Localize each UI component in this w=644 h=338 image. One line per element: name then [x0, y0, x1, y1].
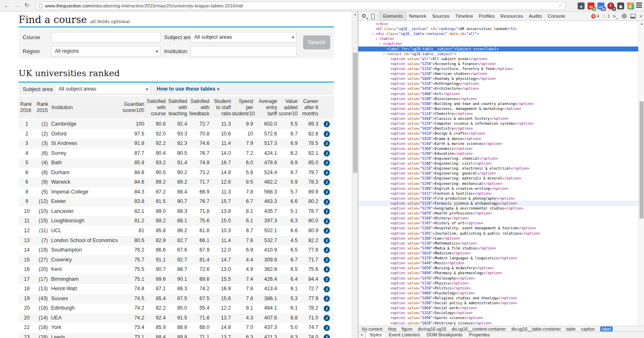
warning-count-badge[interactable]: ⚠1: [602, 14, 610, 19]
row-info-icon[interactable]: i: [324, 305, 330, 312]
devtools-tab-resources[interactable]: Resources: [498, 12, 526, 21]
breadcrumb-item[interactable]: div.ug16__table-container: [511, 326, 561, 331]
devtools-tree-line[interactable]: <option value="S150">Agriculture, forest…: [358, 66, 644, 71]
device-mode-icon[interactable]: [371, 14, 375, 19]
devtools-tree-line[interactable]: <option value="S040">Anatomy & physiolog…: [358, 76, 644, 81]
devtools-tree-line[interactable]: ▾<div class="ug16__table-container" data…: [358, 31, 644, 36]
devtools-tree-line[interactable]: <option value="S400">Art</option>: [358, 91, 644, 96]
devtools-tree-line[interactable]: <option value="S290">Education</option>: [358, 151, 644, 156]
devtools-tree-line[interactable]: <h2 class="ug16__section" id="rankings">…: [358, 26, 644, 31]
devtools-tree-line[interactable]: <option value="S360">Economics</option>: [358, 146, 644, 151]
bookmark-star-icon[interactable]: ☆: [558, 2, 563, 9]
devtools-tree-line[interactable]: ▾<caption>: [358, 41, 644, 46]
expand-arrow-icon[interactable]: ▾: [372, 32, 376, 37]
row-info-icon[interactable]: i: [324, 334, 330, 338]
course-input[interactable]: [51, 32, 161, 42]
elements-scrollbar-thumb[interactable]: [639, 101, 644, 219]
devtools-tab-profiles[interactable]: Profiles: [476, 12, 497, 21]
console-drawer-icon[interactable]: >_: [613, 14, 618, 19]
page-scrollbar-thumb[interactable]: [353, 53, 357, 173]
expand-arrow-icon[interactable]: ▾: [379, 42, 383, 47]
devtools-tree-line[interactable]: <option value="S420">Drama & dance</opti…: [358, 136, 644, 141]
devtools-tree-line[interactable]: <option value="S230">Mathematics</option…: [358, 241, 644, 246]
devtools-tree-line[interactable]: ▾<table>: [358, 36, 644, 41]
pocket-extension-icon[interactable]: ▾: [578, 2, 585, 9]
breadcrumb-item[interactable]: div#ug16.ug16: [418, 326, 446, 331]
todoist-extension-icon[interactable]: TD0: [588, 2, 595, 9]
sidebar-tab-styles[interactable]: Styles: [366, 332, 385, 338]
settings-gear-icon[interactable]: [621, 13, 627, 19]
devtools-tree-line[interactable]: <option value="S080">Psychology</option>: [358, 291, 644, 296]
sidebar-tab-properties[interactable]: Properties: [466, 332, 493, 338]
row-info-icon[interactable]: i: [324, 121, 330, 127]
devtools-tree-line[interactable]: <option value="S190">Engineering: mechan…: [358, 181, 644, 186]
subject-area-select[interactable]: All subject areas: [190, 32, 297, 42]
devtools-tree-line[interactable]: <option value="S250">Accounting & financ…: [358, 61, 644, 66]
devtools-tree-line[interactable]: <option value="S280">Social policy & adm…: [358, 301, 644, 305]
sidebar-tab-dom-breakpoints[interactable]: DOM Breakpoints: [423, 332, 466, 338]
row-info-icon[interactable]: i: [324, 266, 330, 273]
calendar-extension-icon[interactable]: 1h: [597, 2, 604, 9]
breadcrumb-item[interactable]: label: [600, 326, 613, 331]
row-info-icon[interactable]: i: [324, 131, 330, 137]
devtools-tree-line[interactable]: <option value="S020">Dentistry</option>: [358, 126, 644, 131]
devtools-tree-line[interactable]: <option value="S240">Business, managemen…: [358, 106, 644, 111]
row-info-icon[interactable]: i: [324, 296, 330, 302]
row-info-icon[interactable]: i: [324, 150, 330, 156]
row-info-icon[interactable]: i: [324, 247, 330, 253]
devtools-tree-line[interactable]: <option value="S440">Music</option>: [358, 261, 644, 266]
page-scrollbar[interactable]: ▲: [352, 12, 358, 338]
devtools-tree-line[interactable]: <option value="S270">Geography & environ…: [358, 206, 644, 211]
devtools-tree-line[interactable]: <option value="S140">Earth & marine scie…: [358, 141, 644, 146]
row-info-icon[interactable]: i: [324, 218, 330, 224]
row-info-icon[interactable]: i: [324, 189, 330, 195]
devtools-tab-audits[interactable]: Audits: [526, 12, 545, 21]
devtools-tree-line[interactable]: <option value="S350">Politics</option>: [358, 286, 644, 291]
devtools-tree-line[interactable]: <option value="S330">American studies</o…: [358, 71, 644, 76]
devtools-tree-line[interactable]: <option value="S500">Building and town a…: [358, 101, 644, 106]
devtools-tree-line[interactable]: <option value="S390">Media & film studie…: [358, 246, 644, 251]
devtools-tree-line[interactable]: <option value="S180">Engineering: materi…: [358, 176, 644, 181]
row-info-icon[interactable]: i: [324, 160, 330, 166]
kami-extension-icon[interactable]: k: [627, 2, 634, 9]
devtools-tree-line[interactable]: <option value="S310">Sociology</option>: [358, 310, 644, 315]
row-info-icon[interactable]: i: [324, 315, 330, 321]
row-info-icon[interactable]: i: [324, 199, 330, 205]
search-button[interactable]: Search: [303, 35, 330, 49]
devtools-tree-line[interactable]: <option value="S460">Classics & ancient …: [358, 116, 644, 121]
row-info-icon[interactable]: i: [324, 179, 330, 185]
devtools-tree-line[interactable]: <option value="S030">Veterinary science<…: [358, 321, 644, 326]
devtools-tab-elements[interactable]: Elements: [380, 12, 406, 21]
row-info-icon[interactable]: i: [324, 208, 330, 214]
breadcrumb-item[interactable]: #js-context: [362, 326, 383, 331]
devtools-tree-line[interactable]: <option value="S210">Engineering: electr…: [358, 166, 644, 171]
breadcrumb-item[interactable]: div.ug16__content-container: [451, 326, 506, 331]
devtools-tree-line[interactable]: <option value="S100">Biosciences</option…: [358, 96, 644, 101]
dock-side-icon[interactable]: [630, 14, 636, 19]
devtools-close-icon[interactable]: ×: [639, 13, 642, 19]
breadcrumb-item[interactable]: caption: [581, 326, 595, 331]
devtools-tree-line[interactable]: <option value="S370">Modern languages & …: [358, 256, 644, 261]
table-subject-select[interactable]: All subject areas: [55, 84, 151, 94]
inspect-element-icon[interactable]: [362, 14, 366, 18]
devtools-tree-line[interactable]: <option value="S090">Pharmacy & pharmaco…: [358, 270, 644, 275]
devtools-tree-line[interactable]: <option value="S130">Physics</option>: [358, 281, 644, 286]
breadcrumb-item[interactable]: #top: [388, 326, 396, 331]
devtools-tree-line[interactable]: <option value="S200">Engineering: civil<…: [358, 161, 644, 166]
devtools-tree-line[interactable]: ▾<select id="ug16-table__subject">: [358, 51, 644, 56]
devtools-tab-console[interactable]: Console: [545, 12, 568, 21]
devtools-tab-timeline[interactable]: Timeline: [452, 12, 476, 21]
devtools-tree-line[interactable]: <label for="ug16-table__subject">Subject…: [358, 47, 644, 51]
institution-input[interactable]: [190, 46, 297, 56]
row-info-icon[interactable]: i: [324, 276, 330, 282]
row-info-icon[interactable]: i: [324, 238, 330, 244]
chrome-menu-icon[interactable]: [636, 2, 642, 9]
row-info-icon[interactable]: i: [324, 228, 330, 234]
expand-arrow-icon[interactable]: ▾: [376, 37, 379, 42]
chevron-down-icon[interactable]: ▾: [358, 332, 366, 338]
reload-button[interactable]: ↻: [22, 1, 31, 10]
devtools-tree-line[interactable]: <option value="S160">Engineering: genera…: [358, 171, 644, 176]
devtools-tree-line[interactable]: <option value="S430">Film production & p…: [358, 196, 644, 201]
devtools-tree-line[interactable]: </div>: [358, 21, 644, 26]
devtools-tree-line[interactable]: <option value="S450">Architecture</optio…: [358, 86, 644, 91]
